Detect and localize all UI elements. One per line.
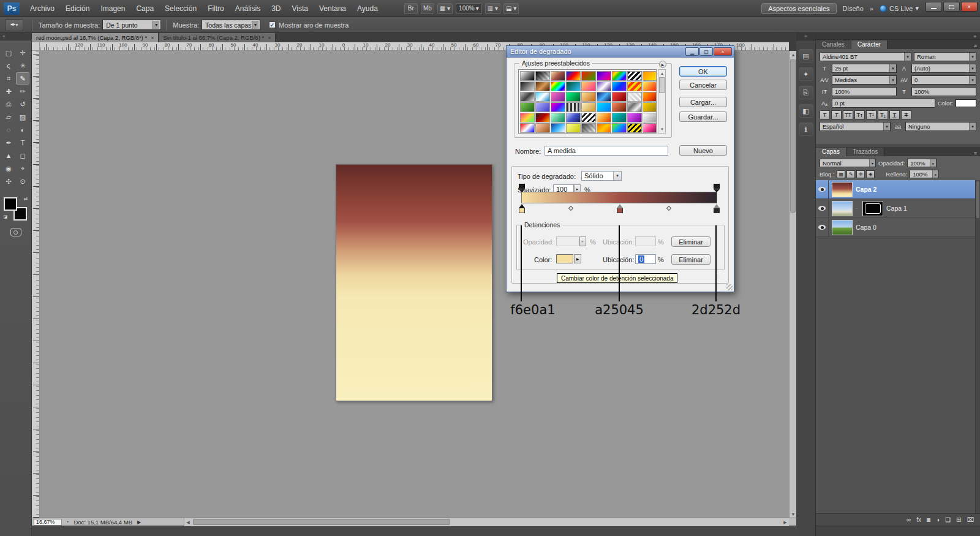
layer-mask-icon[interactable]: ◙	[927, 516, 930, 523]
blur-tool[interactable]: ◌	[2, 124, 15, 136]
layer-opacity-input[interactable]: 100% ▸	[907, 159, 937, 167]
lock-pixels-icon[interactable]: ✎	[846, 170, 855, 178]
gradient-preset-37[interactable]	[520, 113, 535, 123]
scroll-up-icon[interactable]: ▲	[790, 51, 796, 58]
visibility-toggle[interactable]	[816, 199, 829, 217]
screen-mode-button[interactable]: ⬓ ▾	[503, 3, 519, 14]
minimize-window-button[interactable]	[925, 2, 942, 12]
view-extras-button[interactable]: ▦ ▾	[437, 3, 453, 14]
font-size-dropdown[interactable]: 25 pt ▾	[832, 64, 897, 73]
scroll-down-icon[interactable]: ▼	[658, 126, 666, 133]
delete-opacity-stop-button[interactable]: Eliminar	[671, 236, 710, 247]
font-style-dropdown[interactable]: Roman ▾	[914, 52, 976, 61]
gradient-preset-46[interactable]	[520, 123, 535, 133]
scroll-up-icon[interactable]: ▲	[658, 70, 666, 77]
scrollbar-thumb[interactable]	[659, 77, 665, 93]
underline-icon[interactable]: T	[889, 110, 900, 119]
dialog-minimize-button[interactable]: ▁	[685, 47, 699, 56]
visibility-toggle[interactable]	[816, 180, 829, 198]
pen-tool[interactable]: ✒	[2, 137, 15, 149]
gradient-preset-4[interactable]	[566, 71, 581, 81]
layer-thumbnail[interactable]	[832, 220, 853, 235]
layer-mask-thumbnail[interactable]	[862, 201, 883, 216]
stop-color-menu-button[interactable]: ▶	[574, 254, 581, 263]
gradient-preset-16[interactable]	[612, 81, 627, 91]
gradient-preset-20[interactable]	[535, 92, 550, 102]
layer-fill-input[interactable]: 100% ▸	[910, 170, 939, 178]
canvas-image[interactable]	[336, 164, 492, 401]
faux-italic-icon[interactable]: T	[831, 110, 842, 119]
gradient-preset-14[interactable]	[581, 81, 596, 91]
vertical-scale-input[interactable]: 100%	[832, 87, 897, 96]
panel-menu-icon[interactable]: ≡	[974, 150, 980, 156]
lock-all-icon[interactable]: ◈	[866, 170, 875, 178]
gradient-preset-15[interactable]	[597, 81, 611, 91]
superscript-icon[interactable]: T¹	[866, 110, 876, 119]
gradient-preset-17[interactable]	[627, 81, 642, 91]
menu-archivo[interactable]: Archivo	[24, 0, 60, 17]
collapsed-panel-icon-2[interactable]: ✦	[799, 67, 813, 81]
tab-layers[interactable]: Capas	[816, 148, 846, 156]
faux-bold-icon[interactable]: T	[820, 110, 830, 119]
lock-position-icon[interactable]: ✛	[856, 170, 865, 178]
gradient-preset-34[interactable]	[612, 102, 627, 112]
layer-thumbnail[interactable]	[832, 182, 853, 197]
gradient-preset-44[interactable]	[627, 113, 642, 123]
collapsed-panel-icon-3[interactable]: ⎘	[799, 86, 813, 99]
baseline-shift-input[interactable]: 0 pt	[832, 99, 935, 108]
gradient-preset-33[interactable]	[597, 102, 611, 112]
shape-tool[interactable]: ◻	[16, 149, 29, 162]
kerning-dropdown[interactable]: Medidas ▾	[832, 75, 897, 85]
gradient-preset-31[interactable]	[566, 102, 581, 112]
quick-mask-button[interactable]	[10, 228, 21, 236]
gradient-preset-6[interactable]	[597, 71, 611, 81]
visibility-toggle[interactable]	[816, 218, 829, 236]
load-button[interactable]: Cargar...	[679, 97, 727, 107]
zoom-level-control[interactable]: 100% ▾	[456, 3, 482, 14]
layer-row[interactable]: Capa 2	[816, 180, 975, 199]
zoom-percentage-field[interactable]: 16,67%	[34, 519, 62, 526]
gradient-preview-bar[interactable]	[521, 192, 717, 203]
tab-character[interactable]: Carácter	[851, 40, 888, 49]
gradient-preset-41[interactable]	[581, 113, 596, 123]
gradient-preset-49[interactable]	[566, 123, 581, 133]
gradient-preset-48[interactable]	[551, 123, 565, 133]
3d-camera-tool[interactable]: ⌖	[16, 162, 29, 175]
crop-tool[interactable]: ⌗	[2, 72, 15, 85]
path-selection-tool[interactable]: ▲	[2, 149, 15, 162]
gradient-preset-39[interactable]	[551, 113, 565, 123]
resize-grip[interactable]	[726, 284, 733, 290]
scroll-right-icon[interactable]: ▶	[782, 518, 789, 526]
scroll-down-icon[interactable]: ▼	[790, 510, 796, 518]
menu-capa[interactable]: Capa	[130, 0, 159, 17]
brush-tool[interactable]: ✏	[16, 85, 29, 97]
workspace-design-button[interactable]: Diseño	[843, 5, 864, 12]
subscript-icon[interactable]: T₁	[878, 110, 888, 119]
gradient-preset-38[interactable]	[535, 113, 550, 123]
strikethrough-icon[interactable]: Ŧ	[901, 110, 911, 119]
quick-selection-tool[interactable]: ✳	[16, 59, 29, 72]
horizontal-scrollbar[interactable]: ◀ ▶	[184, 518, 789, 526]
healing-brush-tool[interactable]: ✚	[2, 85, 15, 97]
color-stop-middle[interactable]	[617, 208, 623, 213]
gradient-preset-32[interactable]	[581, 102, 596, 112]
show-sampling-ring-checkbox[interactable]: ✓	[269, 21, 276, 28]
gradient-preset-29[interactable]	[535, 102, 550, 112]
hand-tool[interactable]: ✣	[2, 175, 15, 187]
menu-imagen[interactable]: Imagen	[95, 0, 130, 17]
gradient-preset-53[interactable]	[627, 123, 642, 133]
gradient-name-input[interactable]: A medida	[545, 146, 668, 156]
adjustment-layer-icon[interactable]: ◑	[936, 516, 940, 523]
arrange-documents-button[interactable]: ▥ ▾	[485, 3, 500, 14]
gradient-preset-27[interactable]	[643, 92, 657, 102]
scroll-left-icon[interactable]: ◀	[184, 518, 192, 526]
close-window-button[interactable]: ×	[961, 2, 978, 12]
presets-scrollbar[interactable]: ▲ ▼	[658, 69, 666, 134]
layer-row[interactable]: Capa 0	[816, 218, 975, 237]
rectangular-marquee-tool[interactable]: ▢	[2, 47, 15, 59]
gradient-preset-25[interactable]	[612, 92, 627, 102]
gradient-preset-24[interactable]	[597, 92, 611, 102]
stop-color-swatch[interactable]	[556, 254, 573, 263]
workspace-more-button[interactable]: »	[870, 5, 873, 12]
gradient-preset-7[interactable]	[612, 71, 627, 81]
